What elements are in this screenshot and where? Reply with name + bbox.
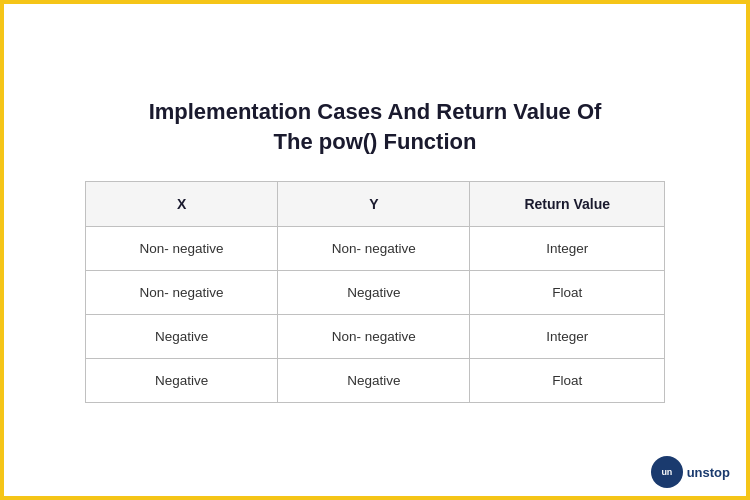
cell-r0-c2: Integer [470,226,665,270]
logo-label: unstop [687,465,730,480]
cell-r2-c0: Negative [86,314,278,358]
table-row: Non- negativeNegativeFloat [86,270,665,314]
col-header-x: X [86,181,278,226]
cell-r1-c1: Negative [278,270,470,314]
unstop-logo: un unstop [651,456,730,488]
table-row: NegativeNon- negativeInteger [86,314,665,358]
cell-r2-c1: Non- negative [278,314,470,358]
table-row: NegativeNegativeFloat [86,358,665,402]
cell-r1-c2: Float [470,270,665,314]
cell-r0-c0: Non- negative [86,226,278,270]
logo-circle-text: un [661,467,671,477]
data-table: X Y Return Value Non- negativeNon- negat… [85,181,665,403]
table-header-row: X Y Return Value [86,181,665,226]
col-header-y: Y [278,181,470,226]
cell-r2-c2: Integer [470,314,665,358]
page-title: Implementation Cases And Return Value Of… [149,97,602,156]
col-header-return: Return Value [470,181,665,226]
page-container: Implementation Cases And Return Value Of… [4,0,746,500]
table-row: Non- negativeNon- negativeInteger [86,226,665,270]
logo-circle: un [651,456,683,488]
cell-r3-c0: Negative [86,358,278,402]
cell-r3-c2: Float [470,358,665,402]
cell-r3-c1: Negative [278,358,470,402]
cell-r1-c0: Non- negative [86,270,278,314]
cell-r0-c1: Non- negative [278,226,470,270]
